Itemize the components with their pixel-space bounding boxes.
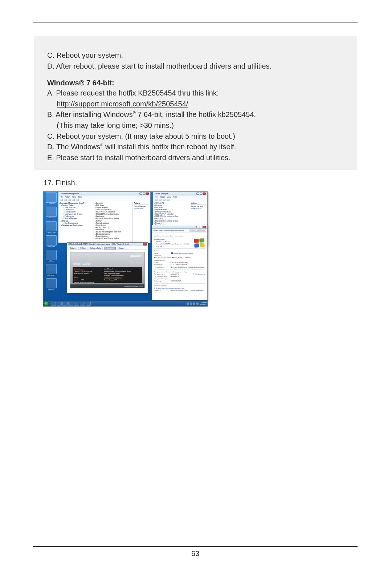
installer-tabs[interactable]: Drivers Utilities Software Suite Informa…: [67, 246, 148, 250]
menu-view[interactable]: View: [72, 196, 76, 198]
toolbar-button[interactable]: [68, 199, 71, 201]
window-titlebar[interactable]: Device Manager: [153, 192, 207, 195]
control-panel-icon: [46, 221, 57, 231]
w64-step-a: A. Please request the hotfix KB2505454 t…: [47, 88, 344, 99]
minimize-button[interactable]: [196, 226, 199, 228]
taskbar-pin-explorer[interactable]: [57, 302, 62, 306]
start-button[interactable]: [44, 301, 49, 306]
desktop-icons: Computer Network Control Panel Recycle B…: [44, 192, 58, 291]
page-number: 63: [33, 550, 358, 558]
menu-action[interactable]: Action: [160, 196, 165, 198]
taskbar-pin-ie[interactable]: [51, 302, 56, 306]
minimize-button[interactable]: [196, 192, 199, 195]
start-here-icon: [46, 278, 57, 288]
taskbar-item[interactable]: [86, 302, 91, 306]
tray-icon[interactable]: [196, 303, 199, 305]
window-body: › Computer Management (Local)› System To…: [58, 201, 150, 243]
more-actions-link[interactable]: More Actions: [134, 208, 149, 210]
w64-step-b: B. After installing Windows® 7 64-bit, i…: [47, 109, 344, 120]
toolbar-button[interactable]: [167, 199, 170, 201]
tray-icon[interactable]: [187, 303, 189, 305]
tab-drivers[interactable]: Drivers: [69, 247, 77, 250]
desktop-icon[interactable]: Start Here: [44, 278, 58, 290]
taskbar[interactable]: 6:23 PM 5/30/2011: [43, 301, 208, 307]
computer-management-window[interactable]: Computer Management File Action View Hel…: [58, 191, 151, 243]
w64-step-e: E. Please start to install motherboard d…: [47, 153, 344, 163]
taskbar-item[interactable]: [74, 302, 79, 306]
minimize-button[interactable]: [139, 192, 142, 195]
menu-bar[interactable]: File Action View Help: [58, 195, 150, 198]
tray-icon[interactable]: [190, 303, 192, 305]
maximize-button[interactable]: [200, 192, 203, 195]
toolbar-button[interactable]: [159, 199, 162, 201]
system-tray[interactable]: 6:23 PM 5/30/2011: [187, 302, 207, 305]
close-button[interactable]: [143, 243, 147, 246]
desktop-icon[interactable]: Control Panel: [44, 221, 58, 233]
pen-touch-value: No Pen or Touch Input is available for t…: [171, 266, 204, 268]
maximize-button[interactable]: [200, 226, 203, 228]
menu-help[interactable]: Help: [78, 196, 82, 198]
menu-bar[interactable]: File Action View Help: [153, 195, 207, 198]
actions-heading: Actions: [191, 202, 206, 205]
tree-node[interactable]: › Services and Applications: [59, 224, 93, 227]
rating-link[interactable]: System rating is not available: [173, 252, 193, 254]
tray-icon[interactable]: [193, 303, 195, 305]
toolbar-button[interactable]: [155, 199, 158, 201]
taskbar-clock[interactable]: 6:23 PM 5/30/2011: [200, 302, 207, 305]
menu-action[interactable]: Action: [65, 196, 70, 198]
desktop-icon[interactable]: Computer: [44, 192, 58, 204]
close-button[interactable]: [203, 226, 206, 228]
win7-64-heading: Windows® 7 64-bit:: [47, 79, 344, 87]
menu-file[interactable]: File: [60, 196, 63, 198]
manual-page: C. Reboot your system. D. After reboot, …: [33, 23, 358, 547]
tab-contact[interactable]: Contact: [117, 247, 126, 250]
system-properties-window[interactable]: Control Panel › System and Security › Sy…: [152, 225, 208, 300]
w64-step-d: D. The Windows® will install this hotfix…: [47, 142, 344, 153]
toolbar-button[interactable]: [60, 199, 63, 201]
taskbar-pins[interactable]: [44, 301, 91, 306]
search-input[interactable]: Search Control Panel: [189, 229, 206, 232]
menu-help[interactable]: Help: [173, 196, 177, 198]
more-actions-link[interactable]: More Actions: [191, 208, 206, 210]
taskbar-item[interactable]: [80, 302, 85, 306]
desktop-icon[interactable]: Network: [44, 207, 58, 219]
recycle-bin-icon: [46, 235, 57, 246]
close-button[interactable]: [203, 192, 206, 195]
toolbar-button[interactable]: [72, 199, 75, 201]
device-node[interactable]: › Universal Serial Bus controllers: [95, 238, 131, 240]
toolbar[interactable]: [153, 198, 207, 201]
window-titlebar[interactable]: [152, 225, 207, 229]
toolbar[interactable]: [58, 198, 150, 201]
window-controls[interactable]: [196, 226, 206, 228]
info-right-col[interactable]: User Manual Multi-Language Quick Install…: [104, 268, 141, 282]
window-controls[interactable]: [139, 192, 149, 195]
taskbar-pin-wmp[interactable]: [62, 302, 68, 306]
breadcrumb[interactable]: Control Panel › System and Security › Sy…: [152, 229, 207, 232]
toolbar-button[interactable]: [64, 199, 67, 201]
basic-info-heading: View basic information about your comput…: [154, 235, 205, 237]
close-button[interactable]: [146, 192, 149, 195]
taskbar-item[interactable]: [68, 302, 73, 306]
window-controls[interactable]: [196, 192, 206, 195]
menu-view[interactable]: View: [167, 196, 171, 198]
window-titlebar[interactable]: Computer Management: [58, 192, 150, 195]
desktop-icon[interactable]: Recycle Bin: [44, 235, 58, 247]
activate-link[interactable]: 30 days to activate. Activate Windows no…: [156, 287, 184, 289]
tab-utilities[interactable]: Utilities: [78, 247, 87, 250]
toolbar-button[interactable]: [76, 199, 79, 201]
installer-titlebar[interactable]: ASRock AMD AM3+ 990FX Extended motherboa…: [67, 243, 148, 246]
desktop-icon[interactable]: AMD Vision: [44, 264, 58, 276]
asrock-installer-window[interactable]: ASRock AMD AM3+ 990FX Extended motherboa…: [67, 242, 148, 293]
mmc-tree[interactable]: › Computer Management (Local)› System To…: [58, 201, 94, 243]
maximize-button[interactable]: [143, 192, 146, 195]
menu-file[interactable]: File: [155, 196, 158, 198]
window-title: Device Manager: [155, 192, 168, 195]
tab-software-suite[interactable]: Software Suite: [89, 247, 103, 250]
change-product-key-link[interactable]: Change product key: [190, 289, 203, 291]
toolbar-button[interactable]: [163, 199, 166, 201]
change-settings-link[interactable]: 🛡 Change settings: [193, 273, 205, 275]
w64-step-a-link[interactable]: http://support.microsoft.com/kb/2505454/: [47, 99, 344, 110]
device-manager-tree[interactable]: › Computer› Disk drives› Display adapter…: [94, 201, 133, 243]
desktop-icon[interactable]: ASRock: [44, 250, 58, 262]
tab-information[interactable]: Information: [104, 247, 116, 250]
